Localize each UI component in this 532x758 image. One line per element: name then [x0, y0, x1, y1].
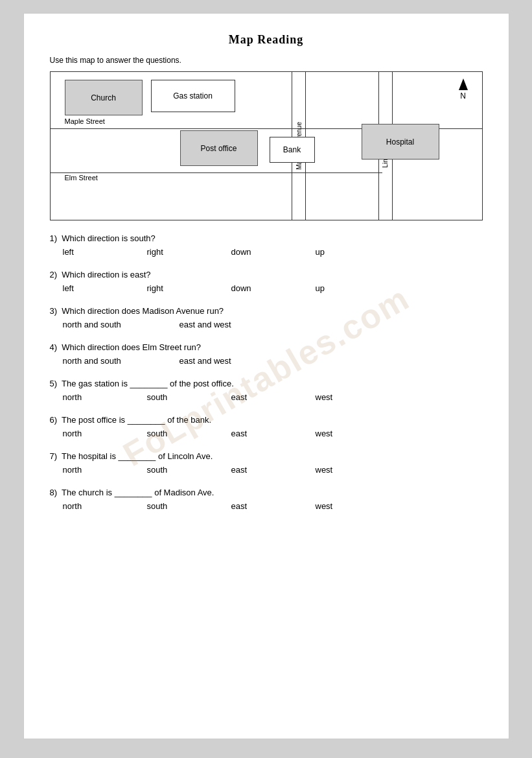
q2-opt-down: down — [231, 283, 316, 293]
q3-opt-ew: east and west — [179, 320, 264, 329]
post-office-building: Post office — [180, 130, 258, 166]
q2-opt-left: left — [63, 283, 147, 293]
question-8-text: 8) The church is ________ of Madison Ave… — [50, 488, 483, 497]
q2-body: Which direction is east? — [62, 270, 150, 279]
north-arrow-icon — [459, 78, 468, 90]
q2-number: 2) — [50, 270, 58, 279]
question-2-text: 2) Which direction is east? — [50, 270, 483, 279]
q4-body: Which direction does Elm Street run? — [62, 342, 201, 352]
question-3-text: 3) Which direction does Madison Avenue r… — [50, 306, 483, 316]
north-arrow: N — [459, 78, 468, 101]
north-label: N — [460, 91, 466, 101]
gas-station-building: Gas station — [151, 80, 235, 112]
page-title: Map Reading — [50, 33, 483, 47]
church-building: Church — [65, 80, 143, 115]
q5-opt-west: west — [316, 392, 400, 402]
question-7-text: 7) The hospital is ________ of Lincoln A… — [50, 451, 483, 461]
q2-opt-up: up — [316, 283, 400, 293]
map: Madison Avenue Lincoln Avenue Maple Stre… — [50, 71, 483, 220]
q1-opt-down: down — [231, 247, 316, 257]
question-4: 4) Which direction does Elm Street run? … — [50, 342, 483, 366]
q8-opt-east: east — [231, 501, 316, 511]
q3-opt-ns: north and south — [63, 320, 179, 329]
questions-section: 1) Which direction is south? left right … — [50, 233, 483, 511]
q5-opt-north: north — [63, 392, 147, 402]
q6-body: The post office is ________ of the bank. — [62, 415, 211, 425]
q1-opt-right: right — [147, 247, 231, 257]
question-6: 6) The post office is ________ of the ba… — [50, 415, 483, 438]
q6-opt-south: south — [147, 429, 231, 438]
question-4-text: 4) Which direction does Elm Street run? — [50, 342, 483, 352]
q2-opt-right: right — [147, 283, 231, 293]
q3-answers: north and south east and west — [50, 320, 483, 329]
q7-opt-south: south — [147, 465, 231, 475]
q6-answers: north south east west — [50, 429, 483, 438]
q5-opt-east: east — [231, 392, 316, 402]
question-1-text: 1) Which direction is south? — [50, 233, 483, 243]
q6-number: 6) — [50, 415, 58, 425]
question-5: 5) The gas station is ________ of the po… — [50, 379, 483, 402]
q4-opt-ew: east and west — [179, 356, 264, 366]
q5-answers: north south east west — [50, 392, 483, 402]
q3-number: 3) — [50, 306, 58, 316]
question-6-text: 6) The post office is ________ of the ba… — [50, 415, 483, 425]
elm-street-label: Elm Street — [65, 174, 98, 182]
page: FoLprintables.com Map Reading Use this m… — [23, 13, 509, 739]
q8-number: 8) — [50, 488, 58, 497]
q3-body: Which direction does Madison Avenue run? — [62, 306, 224, 316]
q1-answers: left right down up — [50, 247, 483, 257]
q5-number: 5) — [50, 379, 58, 388]
q1-opt-up: up — [316, 247, 400, 257]
q7-answers: north south east west — [50, 465, 483, 475]
question-2: 2) Which direction is east? left right d… — [50, 270, 483, 293]
q6-opt-north: north — [63, 429, 147, 438]
question-3: 3) Which direction does Madison Avenue r… — [50, 306, 483, 329]
q8-body: The church is ________ of Madison Ave. — [62, 488, 214, 497]
q1-body: Which direction is south? — [62, 233, 156, 243]
q8-opt-south: south — [147, 501, 231, 511]
elm-street-line — [51, 172, 383, 173]
q5-opt-south: south — [147, 392, 231, 402]
q4-answers: north and south east and west — [50, 356, 483, 366]
q2-answers: left right down up — [50, 283, 483, 293]
question-5-text: 5) The gas station is ________ of the po… — [50, 379, 483, 388]
q7-opt-east: east — [231, 465, 316, 475]
question-1: 1) Which direction is south? left right … — [50, 233, 483, 257]
bank-building: Bank — [270, 137, 315, 163]
q7-opt-north: north — [63, 465, 147, 475]
q6-opt-east: east — [231, 429, 316, 438]
q7-body: The hospital is ________ of Lincoln Ave. — [62, 451, 213, 461]
q4-opt-ns: north and south — [63, 356, 179, 366]
q8-answers: north south east west — [50, 501, 483, 511]
question-7: 7) The hospital is ________ of Lincoln A… — [50, 451, 483, 475]
q6-opt-west: west — [316, 429, 400, 438]
q8-opt-north: north — [63, 501, 147, 511]
q7-number: 7) — [50, 451, 58, 461]
q4-number: 4) — [50, 342, 58, 352]
q1-number: 1) — [50, 233, 58, 243]
q8-opt-west: west — [316, 501, 400, 511]
q7-opt-west: west — [316, 465, 400, 475]
instructions-text: Use this map to answer the questions. — [50, 56, 483, 65]
maple-street-label: Maple Street — [65, 117, 105, 125]
q5-body: The gas station is ________ of the post … — [62, 379, 234, 388]
q1-opt-left: left — [63, 247, 147, 257]
hospital-building: Hospital — [362, 124, 439, 160]
question-8: 8) The church is ________ of Madison Ave… — [50, 488, 483, 511]
